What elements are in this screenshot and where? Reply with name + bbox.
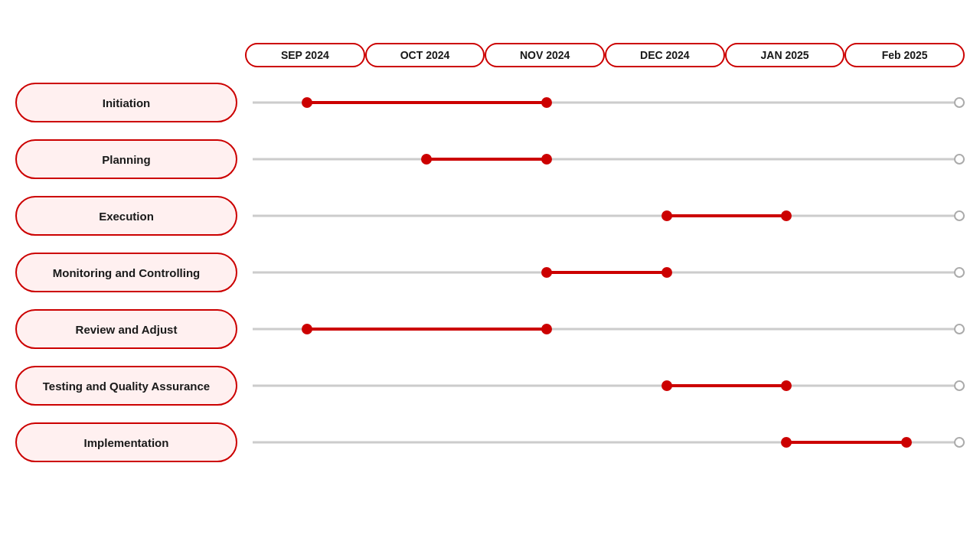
page-title	[0, 0, 980, 43]
dot-end-1	[541, 154, 552, 165]
dot-start-0	[302, 97, 312, 108]
timeline-row: Initiation	[15, 75, 965, 130]
row-label-2: Execution	[15, 196, 237, 236]
track-end-circle	[954, 267, 965, 278]
row-label-0: Initiation	[15, 83, 237, 122]
timeline-row: Testing and Quality Assurance	[15, 358, 965, 413]
dot-end-3	[662, 267, 672, 278]
row-label-4: Review and Adjust	[15, 309, 237, 349]
dot-end-5	[781, 380, 792, 391]
month-badge-5: Feb 2025	[844, 43, 965, 67]
gantt-track-0	[253, 83, 965, 122]
track-end-circle	[954, 380, 965, 391]
dot-start-1	[421, 154, 432, 165]
red-bar-6	[786, 441, 906, 444]
timeline-row: Implementation	[15, 415, 965, 470]
timeline-row: Monitoring and Controlling	[15, 245, 965, 300]
dot-end-0	[541, 97, 552, 108]
red-bar-3	[547, 271, 667, 274]
red-bar-5	[667, 384, 787, 387]
month-badge-3: DEC 2024	[605, 43, 725, 67]
timeline-row: Review and Adjust	[15, 302, 965, 357]
month-badge-2: NOV 2024	[485, 43, 605, 67]
gantt-track-4	[253, 309, 965, 349]
dot-start-6	[781, 437, 792, 448]
red-bar-2	[667, 214, 787, 217]
track-line	[253, 215, 965, 217]
track-end-circle	[954, 97, 965, 108]
track-line	[253, 158, 965, 161]
gantt-track-1	[253, 139, 965, 179]
red-bar-4	[307, 328, 547, 331]
timeline-row: Planning	[15, 132, 965, 187]
row-label-3: Monitoring and Controlling	[15, 253, 237, 292]
track-end-circle	[954, 154, 965, 165]
row-label-1: Planning	[15, 139, 237, 179]
track-end-circle	[954, 437, 965, 448]
dot-end-6	[901, 437, 912, 448]
gantt-track-6	[253, 422, 965, 462]
red-bar-1	[426, 158, 547, 161]
track-line	[253, 385, 965, 387]
dot-start-2	[662, 210, 672, 221]
track-end-circle	[954, 324, 965, 334]
gantt-track-5	[253, 366, 965, 406]
track-end-circle	[954, 210, 965, 221]
months-row: SEP 2024OCT 2024NOV 2024DEC 2024JAN 2025…	[0, 43, 980, 67]
gantt-track-3	[253, 253, 965, 292]
dot-start-3	[541, 267, 552, 278]
timeline-section: InitiationPlanningExecutionMonitoring an…	[0, 75, 980, 470]
timeline-row: Execution	[15, 188, 965, 243]
gantt-track-2	[253, 196, 965, 236]
month-badge-4: JAN 2025	[725, 43, 845, 67]
month-badge-0: SEP 2024	[245, 43, 365, 67]
red-bar-0	[307, 101, 547, 104]
dot-start-5	[662, 380, 672, 391]
dot-end-2	[781, 210, 792, 221]
row-label-5: Testing and Quality Assurance	[15, 366, 237, 406]
dot-start-4	[302, 324, 312, 334]
row-label-6: Implementation	[15, 422, 237, 462]
dot-end-4	[541, 324, 552, 334]
month-badge-1: OCT 2024	[365, 43, 485, 67]
